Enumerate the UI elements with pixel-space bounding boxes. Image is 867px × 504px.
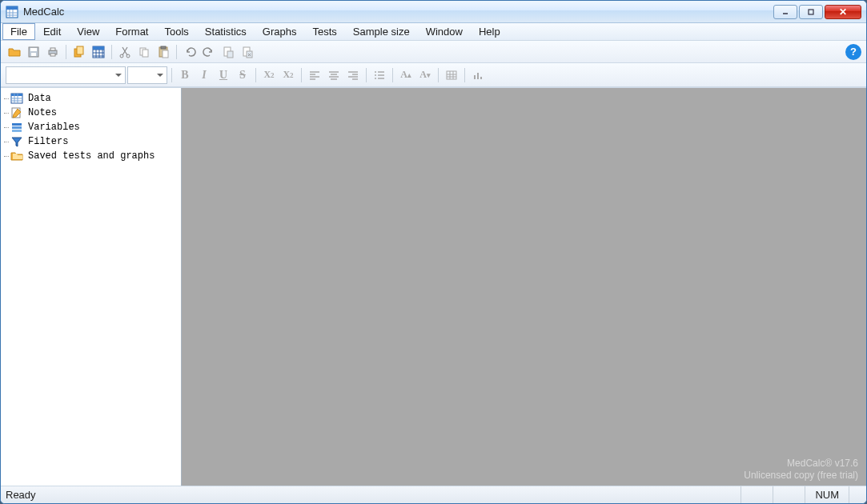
menu-edit[interactable]: Edit [35, 23, 69, 40]
menu-sample-size[interactable]: Sample size [345, 23, 418, 40]
svg-rect-62 [11, 94, 22, 96]
tree-item-filters[interactable]: Filters [1, 134, 181, 149]
svg-rect-58 [474, 75, 476, 79]
insert-table-button[interactable] [443, 66, 460, 84]
svg-rect-32 [227, 51, 233, 58]
redo-icon[interactable] [200, 43, 218, 61]
toolbar-separator [438, 68, 439, 82]
workspace: MedCalc® v17.6 Unlicensed copy (free tri… [182, 88, 866, 486]
table-icon [10, 92, 23, 105]
svg-rect-53 [447, 71, 456, 79]
app-window: MedCalc ✕ File Edit View Format Tools St… [0, 0, 867, 504]
statusbar: Ready NUM [1, 486, 866, 503]
font-family-combo[interactable] [6, 66, 126, 84]
close-button[interactable]: ✕ [825, 5, 861, 19]
toolbar-separator [255, 68, 256, 82]
svg-rect-7 [809, 10, 813, 14]
doc-icon-2[interactable] [239, 43, 256, 61]
italic-button[interactable]: I [195, 66, 213, 84]
tree-item-data[interactable]: Data [1, 91, 181, 106]
menu-tests[interactable]: Tests [305, 23, 345, 40]
menu-statistics[interactable]: Statistics [197, 23, 255, 40]
svg-point-51 [375, 78, 376, 79]
superscript-button[interactable]: X2 [279, 66, 297, 84]
svg-rect-27 [142, 50, 148, 57]
toolbar-separator [171, 68, 172, 82]
standard-toolbar: ? [1, 41, 866, 63]
align-center-button[interactable] [325, 66, 343, 84]
toolbar-separator [66, 45, 66, 59]
menu-file[interactable]: File [2, 23, 35, 40]
folder-icon [10, 150, 23, 162]
toolbar-separator [366, 68, 367, 82]
toolbar-separator [111, 45, 112, 59]
svg-point-47 [375, 71, 376, 73]
align-right-button[interactable] [344, 66, 362, 84]
align-left-button[interactable] [306, 66, 323, 84]
window-controls: ✕ [773, 5, 861, 19]
window-title: MedCalc [23, 6, 773, 18]
font-size-combo[interactable] [127, 66, 167, 84]
svg-rect-23 [93, 46, 104, 50]
underline-button[interactable]: U [215, 66, 232, 84]
svg-rect-15 [77, 46, 83, 54]
subscript-button[interactable]: X2 [260, 66, 278, 84]
bullet-list-button[interactable] [371, 66, 388, 84]
open-icon[interactable] [6, 43, 23, 61]
menu-view[interactable]: View [69, 23, 107, 40]
tree-label: Data [28, 93, 51, 104]
titlebar: MedCalc ✕ [1, 1, 866, 23]
svg-point-25 [126, 54, 130, 58]
watermark-version: MedCalc® v17.6 [744, 458, 858, 470]
svg-rect-12 [50, 48, 55, 50]
bold-button[interactable]: B [176, 66, 194, 84]
svg-rect-68 [12, 123, 22, 126]
status-cell-empty-3 [849, 486, 861, 503]
variables-icon [10, 121, 23, 134]
menu-graphs[interactable]: Graphs [255, 23, 305, 40]
strike-button[interactable]: S [234, 66, 251, 84]
chart-settings-button[interactable] [469, 66, 487, 84]
copy-stack-icon[interactable] [70, 43, 88, 61]
svg-rect-13 [50, 54, 55, 56]
status-text: Ready [6, 489, 741, 501]
chevron-down-icon [157, 74, 163, 77]
decrease-font-button[interactable]: A▾ [416, 66, 434, 84]
watermark-license: Unlicensed copy (free trial) [744, 470, 858, 482]
tree-item-saved[interactable]: Saved tests and graphs [1, 149, 181, 163]
status-cell-empty-2 [773, 486, 805, 503]
help-icon[interactable]: ? [845, 44, 861, 60]
filter-icon [10, 135, 23, 148]
tree-item-variables[interactable]: Variables [1, 120, 181, 134]
tree-item-notes[interactable]: Notes [1, 106, 181, 120]
menu-help[interactable]: Help [471, 23, 508, 40]
toolbar-separator [464, 68, 465, 82]
svg-rect-30 [163, 50, 168, 58]
cut-icon[interactable] [116, 43, 134, 61]
copy-icon[interactable] [135, 43, 153, 61]
svg-rect-70 [12, 130, 22, 132]
main-area: Data Notes Variables Filters Saved tests… [1, 87, 866, 486]
menu-window[interactable]: Window [418, 23, 471, 40]
toolbar-separator [301, 68, 302, 82]
menu-tools[interactable]: Tools [156, 23, 196, 40]
grid-icon[interactable] [90, 43, 107, 61]
doc-icon-1[interactable] [219, 43, 237, 61]
status-cell-empty-1 [741, 486, 773, 503]
save-icon[interactable] [25, 43, 42, 61]
toolbar-separator [176, 45, 177, 59]
svg-rect-59 [477, 73, 479, 79]
maximize-button[interactable] [799, 5, 823, 19]
print-icon[interactable] [44, 43, 62, 61]
tree-label: Notes [28, 107, 57, 118]
menu-format[interactable]: Format [107, 23, 156, 40]
svg-rect-69 [12, 126, 22, 129]
notes-icon [10, 106, 23, 119]
minimize-button[interactable] [773, 5, 797, 19]
menubar: File Edit View Format Tools Statistics G… [1, 23, 866, 41]
paste-icon[interactable] [155, 43, 172, 61]
sidebar: Data Notes Variables Filters Saved tests… [1, 88, 182, 486]
undo-icon[interactable] [181, 43, 199, 61]
svg-rect-10 [31, 53, 36, 56]
increase-font-button[interactable]: A▴ [397, 66, 415, 84]
